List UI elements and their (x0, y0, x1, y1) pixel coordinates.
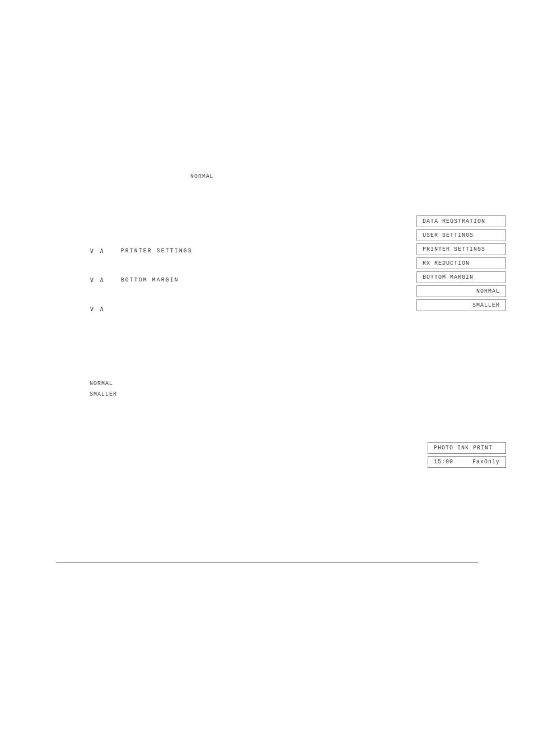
menu-printer-settings[interactable]: PRINTER SETTINGS (416, 243, 506, 255)
bottom-margin-up-arrow[interactable]: ∧ (100, 275, 104, 284)
menu-bottom-margin[interactable]: BOTTOM MARGIN (416, 271, 506, 283)
printer-settings-row: ∨ ∧ PRINTER SETTINGS (90, 246, 193, 255)
bottom-labels: NORMAL SMALLER (90, 381, 117, 397)
menu-user-settings[interactable]: USER SETTINGS (416, 229, 506, 241)
page-container: NORMAL ∨ ∧ PRINTER SETTINGS ∨ ∧ BOTTOM M… (0, 0, 534, 756)
bottom-margin-label: BOTTOM MARGIN (121, 277, 179, 283)
bottom-margin-down-arrow[interactable]: ∨ (90, 275, 94, 284)
menu-normal[interactable]: NORMAL (416, 285, 506, 297)
page-divider (56, 562, 478, 563)
menu-smaller[interactable]: SMALLER (416, 299, 506, 311)
photo-ink-time: 15:00 (434, 459, 453, 465)
photo-ink-mode: FaxOnly (472, 459, 500, 465)
left-controls: ∨ ∧ PRINTER SETTINGS ∨ ∧ BOTTOM MARGIN ∨… (90, 246, 193, 334)
empty-up-arrow[interactable]: ∧ (100, 304, 104, 313)
bottom-margin-arrows: ∨ ∧ (90, 275, 104, 284)
photo-ink-print-box[interactable]: PHOTO INK PRINT (428, 442, 506, 454)
bottom-smaller-label: SMALLER (90, 391, 117, 397)
bottom-margin-row: ∨ ∧ BOTTOM MARGIN (90, 275, 193, 284)
right-menu-panel: DATA REGSTRATION USER SETTINGS PRINTER S… (416, 215, 506, 313)
photo-ink-section: PHOTO INK PRINT 15:00 FaxOnly (428, 442, 506, 468)
empty-row: ∨ ∧ (90, 304, 193, 313)
menu-data-regstration[interactable]: DATA REGSTRATION (416, 215, 506, 227)
top-normal-label: NORMAL (190, 173, 214, 180)
empty-down-arrow[interactable]: ∨ (90, 304, 94, 313)
photo-ink-time-box[interactable]: 15:00 FaxOnly (428, 456, 506, 468)
menu-rx-reduction[interactable]: RX REDUCTION (416, 257, 506, 269)
bottom-normal-label: NORMAL (90, 381, 117, 387)
printer-settings-down-arrow[interactable]: ∨ (90, 246, 94, 255)
empty-arrows: ∨ ∧ (90, 304, 104, 313)
printer-settings-up-arrow[interactable]: ∧ (100, 246, 104, 255)
printer-settings-arrows: ∨ ∧ (90, 246, 104, 255)
printer-settings-label: PRINTER SETTINGS (121, 248, 193, 254)
